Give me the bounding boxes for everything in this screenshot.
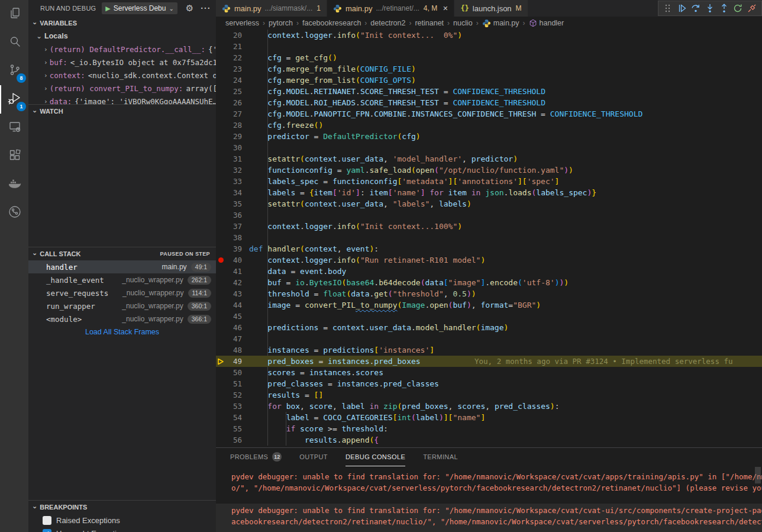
call-stack-frame[interactable]: handlermain.py49:1 xyxy=(28,260,216,273)
breakpoint-gutter[interactable] xyxy=(216,378,225,389)
breakpoint-gutter[interactable] xyxy=(216,401,225,412)
breakpoint-gutter[interactable] xyxy=(216,322,225,333)
breakpoint-gutter[interactable] xyxy=(216,434,225,446)
breakpoint-gutter[interactable] xyxy=(216,412,225,423)
editor-tab-3[interactable]: {}launch.jsonM xyxy=(454,0,528,17)
code-line[interactable]: 25 cfg.MODEL.RETINANET.SCORE_THRESH_TEST… xyxy=(216,86,762,97)
step-over-button[interactable] xyxy=(690,2,702,14)
step-out-button[interactable] xyxy=(718,2,730,14)
code-line[interactable]: 33 labels_spec = functionconfig['metadat… xyxy=(216,176,762,187)
code-text[interactable]: cfg.MODEL.PANOPTIC_FPN.COMBINE.INSTANCES… xyxy=(249,108,642,120)
breakpoint-gutter[interactable] xyxy=(216,288,225,299)
code-text[interactable]: data = event.body xyxy=(249,266,346,277)
breadcrumb-item[interactable]: nuclio xyxy=(453,19,473,27)
code-text[interactable]: image = convert_PIL_to_numpy(Image.open(… xyxy=(249,299,541,311)
code-text[interactable]: instances = predictions['instances'] xyxy=(249,344,434,356)
breadcrumb-item[interactable]: main.py xyxy=(482,19,519,28)
code-line[interactable]: 34 labels = {item['id']: item['name'] fo… xyxy=(216,187,762,198)
panel-scrollbar[interactable] xyxy=(755,467,761,483)
code-text[interactable]: threshold = float(data.get("threshold", … xyxy=(249,288,476,299)
activity-item-git-graph[interactable] xyxy=(0,199,28,227)
code-text[interactable]: setattr(context.user_data, "labels", lab… xyxy=(249,198,472,209)
code-line[interactable]: 30 xyxy=(216,142,762,153)
breakpoint-gutter[interactable] xyxy=(216,299,225,311)
breadcrumb-item[interactable]: handler xyxy=(529,19,564,27)
code-text[interactable]: results.append({ xyxy=(249,434,379,446)
breakpoint-row[interactable]: ✓Uncaught Exceptions xyxy=(28,527,216,532)
breakpoint-gutter[interactable] xyxy=(216,344,225,356)
code-text[interactable]: context.logger.info("Init context...100%… xyxy=(249,221,462,232)
code-line[interactable]: 41 data = event.body xyxy=(216,266,762,277)
code-line[interactable]: 52 results = [] xyxy=(216,389,762,401)
code-line[interactable]: 54 label = COCO_CATEGORIES[int(label)]["… xyxy=(216,412,762,423)
debug-config-dropdown[interactable]: ▶ Serverless Debu ⌄ xyxy=(102,2,177,14)
activity-item-remote-explorer[interactable] xyxy=(0,114,28,142)
code-text[interactable]: cfg.freeze() xyxy=(249,120,323,131)
breadcrumb-item[interactable]: serverless xyxy=(225,19,259,27)
code-line[interactable]: 28 cfg.freeze() xyxy=(216,120,762,131)
code-text[interactable]: functionconfig = yaml.safe_load(open("/o… xyxy=(249,165,573,176)
breakpoint-gutter[interactable] xyxy=(216,367,225,378)
activity-item-search[interactable] xyxy=(0,28,28,57)
code-line[interactable]: 47 xyxy=(216,333,762,344)
code-line[interactable]: 56 results.append({ xyxy=(216,434,762,446)
disconnect-button[interactable] xyxy=(746,2,758,14)
breakpoint-gutter[interactable] xyxy=(216,41,225,52)
breadcrumb-item[interactable]: pytorch xyxy=(269,19,293,27)
variables-scope-row[interactable]: ⌄Locals xyxy=(28,30,216,43)
breakpoint-gutter[interactable] xyxy=(216,120,225,131)
breakpoint-gutter[interactable] xyxy=(216,86,225,97)
restart-button[interactable] xyxy=(732,2,744,14)
editor-tab-2[interactable]: main.py.../retinanet/...4, M✕ xyxy=(327,0,454,17)
activity-item-files[interactable] xyxy=(0,0,28,28)
breakpoints-header[interactable]: ⌄ BREAKPOINTS xyxy=(28,501,216,514)
breakpoint-gutter[interactable] xyxy=(216,75,225,86)
code-text[interactable]: pred_classes = instances.pred_classes xyxy=(249,378,439,389)
breakpoint-gutter[interactable] xyxy=(216,63,225,75)
code-text[interactable]: context.logger.info("Run retinanet-R101 … xyxy=(249,254,485,266)
step-into-button[interactable] xyxy=(704,2,716,14)
breakpoint-gutter[interactable] xyxy=(216,333,225,344)
breakpoint-gutter[interactable] xyxy=(216,52,225,63)
code-line[interactable]: 44 image = convert_PIL_to_numpy(Image.op… xyxy=(216,299,762,311)
breakpoint-gutter[interactable] xyxy=(216,243,225,254)
code-line[interactable]: 26 cfg.MODEL.ROI_HEADS.SCORE_THRESH_TEST… xyxy=(216,97,762,108)
drag-handle[interactable] xyxy=(662,2,674,14)
start-debug-icon[interactable]: ▶ xyxy=(105,5,110,12)
code-line[interactable]: 45 xyxy=(216,311,762,322)
breakpoint-gutter[interactable] xyxy=(216,30,225,41)
breadcrumb-item[interactable]: detectron2 xyxy=(370,19,405,27)
variable-row[interactable]: ›data:{'image': 'iVBORw0KGgoAAAANSUhE… xyxy=(28,95,216,104)
activity-item-extensions[interactable] xyxy=(0,142,28,170)
call-stack-frame[interactable]: _handle_event_nuclio_wrapper.py262:1 xyxy=(28,273,216,286)
call-stack-frame[interactable]: <module>_nuclio_wrapper.py366:1 xyxy=(28,312,216,325)
variable-row[interactable]: ›(return) convert_PIL_to_numpy:array([[[… xyxy=(28,82,216,95)
panel-tab-debug-console[interactable]: DEBUG CONSOLE xyxy=(346,448,405,466)
code-text[interactable]: cfg.MODEL.RETINANET.SCORE_THRESH_TEST = … xyxy=(249,86,545,97)
breakpoint-gutter[interactable] xyxy=(216,165,225,176)
code-line[interactable]: 24 cfg.merge_from_list(CONFIG_OPTS) xyxy=(216,75,762,86)
code-text[interactable]: predictions = context.user_data.model_ha… xyxy=(249,322,508,333)
breakpoint-gutter[interactable] xyxy=(216,221,225,232)
code-text[interactable]: for box, score, label in zip(pred_boxes,… xyxy=(249,401,559,412)
breakpoint-gutter[interactable] xyxy=(216,266,225,277)
call-stack-frame[interactable]: serve_requests_nuclio_wrapper.py114:1 xyxy=(28,286,216,299)
code-text[interactable]: cfg.MODEL.ROI_HEADS.SCORE_THRESH_TEST = … xyxy=(249,97,545,108)
code-text[interactable]: setattr(context.user_data, 'model_handle… xyxy=(249,153,518,165)
code-line[interactable]: 53 for box, score, label in zip(pred_box… xyxy=(216,401,762,412)
panel-tab-problems[interactable]: PROBLEMS12 xyxy=(230,448,282,466)
breakpoint-gutter[interactable] xyxy=(216,153,225,165)
code-line[interactable]: 46 predictions = context.user_data.model… xyxy=(216,322,762,333)
load-all-stack-frames-link[interactable]: Load All Stack Frames xyxy=(28,325,216,338)
panel-tab-output[interactable]: OUTPUT xyxy=(299,448,328,466)
code-line[interactable]: 48 instances = predictions['instances'] xyxy=(216,344,762,356)
code-line[interactable]: 21 xyxy=(216,41,762,52)
breakpoint-gutter[interactable] xyxy=(216,311,225,322)
code-line[interactable]: 42 buf = io.BytesIO(base64.b64decode(dat… xyxy=(216,277,762,288)
code-line[interactable]: 31 setattr(context.user_data, 'model_han… xyxy=(216,153,762,165)
breakpoint-gutter[interactable] xyxy=(216,108,225,120)
variable-row[interactable]: ›(return) DefaultPredictor.__call__:{'in… xyxy=(28,43,216,56)
breakpoint-gutter[interactable] xyxy=(216,176,225,187)
activity-item-source-control[interactable]: 8 xyxy=(0,57,28,85)
code-text[interactable]: predictor = DefaultPredictor(cfg) xyxy=(249,131,421,142)
